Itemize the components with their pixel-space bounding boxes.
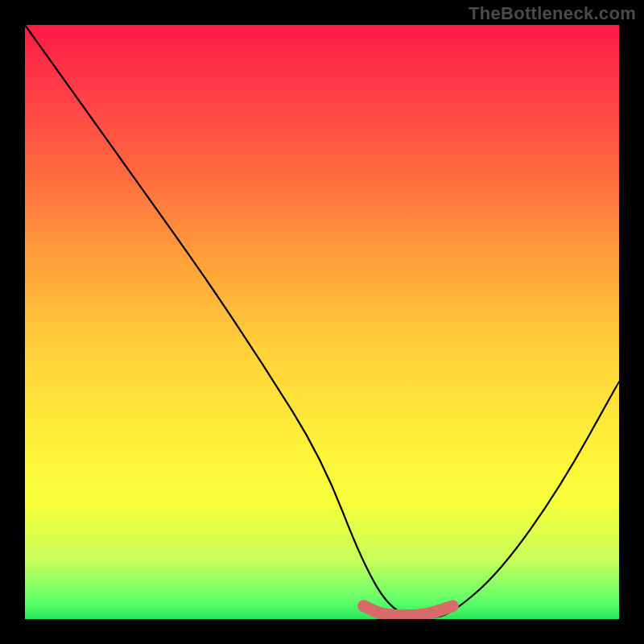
curve-layer — [25, 25, 619, 619]
bottleneck-curve — [25, 25, 619, 617]
plot-area — [25, 25, 619, 619]
optimal-range-highlight — [364, 606, 453, 616]
chart-frame: TheBottleneck.com — [0, 0, 644, 644]
watermark-text: TheBottleneck.com — [469, 3, 636, 24]
